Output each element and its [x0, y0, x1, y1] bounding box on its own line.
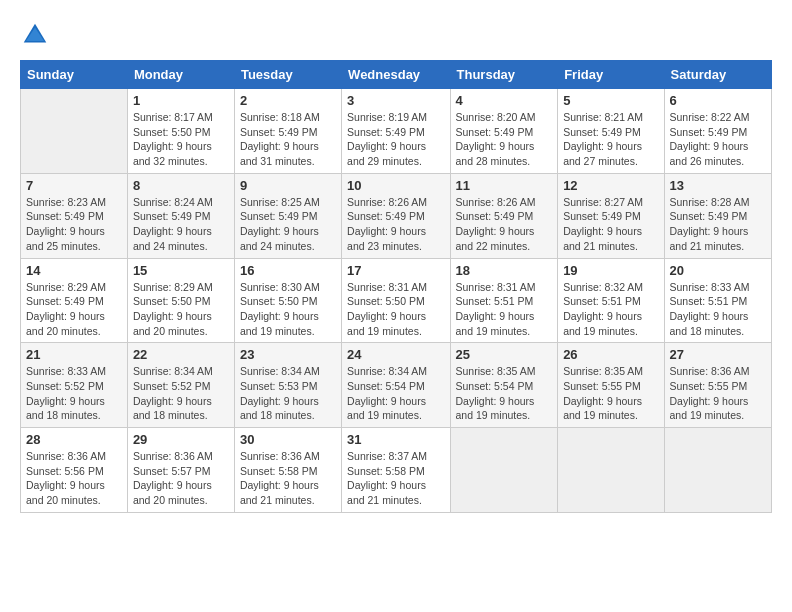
day-cell: 15Sunrise: 8:29 AM Sunset: 5:50 PM Dayli… [127, 258, 234, 343]
day-info: Sunrise: 8:34 AM Sunset: 5:53 PM Dayligh… [240, 364, 336, 423]
day-info: Sunrise: 8:17 AM Sunset: 5:50 PM Dayligh… [133, 110, 229, 169]
day-number: 29 [133, 432, 229, 447]
day-cell: 31Sunrise: 8:37 AM Sunset: 5:58 PM Dayli… [342, 428, 450, 513]
day-number: 23 [240, 347, 336, 362]
day-cell: 22Sunrise: 8:34 AM Sunset: 5:52 PM Dayli… [127, 343, 234, 428]
day-number: 27 [670, 347, 766, 362]
day-cell: 7Sunrise: 8:23 AM Sunset: 5:49 PM Daylig… [21, 173, 128, 258]
week-row-5: 28Sunrise: 8:36 AM Sunset: 5:56 PM Dayli… [21, 428, 772, 513]
day-cell: 8Sunrise: 8:24 AM Sunset: 5:49 PM Daylig… [127, 173, 234, 258]
day-info: Sunrise: 8:26 AM Sunset: 5:49 PM Dayligh… [347, 195, 444, 254]
day-info: Sunrise: 8:33 AM Sunset: 5:52 PM Dayligh… [26, 364, 122, 423]
day-number: 7 [26, 178, 122, 193]
header-cell-monday: Monday [127, 61, 234, 89]
day-cell: 19Sunrise: 8:32 AM Sunset: 5:51 PM Dayli… [558, 258, 664, 343]
day-number: 28 [26, 432, 122, 447]
day-number: 21 [26, 347, 122, 362]
header-cell-sunday: Sunday [21, 61, 128, 89]
day-cell: 2Sunrise: 8:18 AM Sunset: 5:49 PM Daylig… [234, 89, 341, 174]
day-info: Sunrise: 8:34 AM Sunset: 5:52 PM Dayligh… [133, 364, 229, 423]
day-cell: 27Sunrise: 8:36 AM Sunset: 5:55 PM Dayli… [664, 343, 771, 428]
day-info: Sunrise: 8:33 AM Sunset: 5:51 PM Dayligh… [670, 280, 766, 339]
day-cell: 17Sunrise: 8:31 AM Sunset: 5:50 PM Dayli… [342, 258, 450, 343]
day-info: Sunrise: 8:20 AM Sunset: 5:49 PM Dayligh… [456, 110, 553, 169]
calendar-body: 1Sunrise: 8:17 AM Sunset: 5:50 PM Daylig… [21, 89, 772, 513]
day-cell: 26Sunrise: 8:35 AM Sunset: 5:55 PM Dayli… [558, 343, 664, 428]
calendar-table: SundayMondayTuesdayWednesdayThursdayFrid… [20, 60, 772, 513]
day-number: 8 [133, 178, 229, 193]
day-cell: 10Sunrise: 8:26 AM Sunset: 5:49 PM Dayli… [342, 173, 450, 258]
day-cell: 4Sunrise: 8:20 AM Sunset: 5:49 PM Daylig… [450, 89, 558, 174]
day-info: Sunrise: 8:35 AM Sunset: 5:54 PM Dayligh… [456, 364, 553, 423]
day-number: 6 [670, 93, 766, 108]
day-number: 14 [26, 263, 122, 278]
day-number: 16 [240, 263, 336, 278]
day-cell: 30Sunrise: 8:36 AM Sunset: 5:58 PM Dayli… [234, 428, 341, 513]
day-cell: 16Sunrise: 8:30 AM Sunset: 5:50 PM Dayli… [234, 258, 341, 343]
day-info: Sunrise: 8:31 AM Sunset: 5:51 PM Dayligh… [456, 280, 553, 339]
day-info: Sunrise: 8:34 AM Sunset: 5:54 PM Dayligh… [347, 364, 444, 423]
day-info: Sunrise: 8:25 AM Sunset: 5:49 PM Dayligh… [240, 195, 336, 254]
header-cell-friday: Friday [558, 61, 664, 89]
day-info: Sunrise: 8:23 AM Sunset: 5:49 PM Dayligh… [26, 195, 122, 254]
day-cell: 23Sunrise: 8:34 AM Sunset: 5:53 PM Dayli… [234, 343, 341, 428]
day-info: Sunrise: 8:36 AM Sunset: 5:58 PM Dayligh… [240, 449, 336, 508]
day-info: Sunrise: 8:29 AM Sunset: 5:49 PM Dayligh… [26, 280, 122, 339]
day-cell: 24Sunrise: 8:34 AM Sunset: 5:54 PM Dayli… [342, 343, 450, 428]
day-cell: 20Sunrise: 8:33 AM Sunset: 5:51 PM Dayli… [664, 258, 771, 343]
day-info: Sunrise: 8:35 AM Sunset: 5:55 PM Dayligh… [563, 364, 658, 423]
day-number: 25 [456, 347, 553, 362]
day-cell: 12Sunrise: 8:27 AM Sunset: 5:49 PM Dayli… [558, 173, 664, 258]
day-cell: 14Sunrise: 8:29 AM Sunset: 5:49 PM Dayli… [21, 258, 128, 343]
day-number: 31 [347, 432, 444, 447]
day-info: Sunrise: 8:31 AM Sunset: 5:50 PM Dayligh… [347, 280, 444, 339]
day-number: 1 [133, 93, 229, 108]
day-info: Sunrise: 8:27 AM Sunset: 5:49 PM Dayligh… [563, 195, 658, 254]
day-number: 2 [240, 93, 336, 108]
calendar-header: SundayMondayTuesdayWednesdayThursdayFrid… [21, 61, 772, 89]
week-row-2: 7Sunrise: 8:23 AM Sunset: 5:49 PM Daylig… [21, 173, 772, 258]
day-number: 19 [563, 263, 658, 278]
page-header [20, 20, 772, 50]
day-cell: 6Sunrise: 8:22 AM Sunset: 5:49 PM Daylig… [664, 89, 771, 174]
day-cell: 9Sunrise: 8:25 AM Sunset: 5:49 PM Daylig… [234, 173, 341, 258]
day-number: 4 [456, 93, 553, 108]
day-cell [450, 428, 558, 513]
day-number: 22 [133, 347, 229, 362]
day-number: 15 [133, 263, 229, 278]
day-cell: 21Sunrise: 8:33 AM Sunset: 5:52 PM Dayli… [21, 343, 128, 428]
header-cell-tuesday: Tuesday [234, 61, 341, 89]
day-number: 13 [670, 178, 766, 193]
day-number: 20 [670, 263, 766, 278]
day-number: 24 [347, 347, 444, 362]
logo-icon [20, 20, 50, 50]
day-cell: 1Sunrise: 8:17 AM Sunset: 5:50 PM Daylig… [127, 89, 234, 174]
day-number: 17 [347, 263, 444, 278]
day-cell: 18Sunrise: 8:31 AM Sunset: 5:51 PM Dayli… [450, 258, 558, 343]
day-info: Sunrise: 8:30 AM Sunset: 5:50 PM Dayligh… [240, 280, 336, 339]
day-cell [664, 428, 771, 513]
day-number: 9 [240, 178, 336, 193]
day-number: 11 [456, 178, 553, 193]
header-cell-wednesday: Wednesday [342, 61, 450, 89]
day-info: Sunrise: 8:36 AM Sunset: 5:57 PM Dayligh… [133, 449, 229, 508]
day-cell: 5Sunrise: 8:21 AM Sunset: 5:49 PM Daylig… [558, 89, 664, 174]
day-number: 18 [456, 263, 553, 278]
day-cell: 11Sunrise: 8:26 AM Sunset: 5:49 PM Dayli… [450, 173, 558, 258]
day-info: Sunrise: 8:29 AM Sunset: 5:50 PM Dayligh… [133, 280, 229, 339]
header-row: SundayMondayTuesdayWednesdayThursdayFrid… [21, 61, 772, 89]
day-cell: 25Sunrise: 8:35 AM Sunset: 5:54 PM Dayli… [450, 343, 558, 428]
day-info: Sunrise: 8:36 AM Sunset: 5:56 PM Dayligh… [26, 449, 122, 508]
day-info: Sunrise: 8:19 AM Sunset: 5:49 PM Dayligh… [347, 110, 444, 169]
week-row-1: 1Sunrise: 8:17 AM Sunset: 5:50 PM Daylig… [21, 89, 772, 174]
day-info: Sunrise: 8:21 AM Sunset: 5:49 PM Dayligh… [563, 110, 658, 169]
day-info: Sunrise: 8:37 AM Sunset: 5:58 PM Dayligh… [347, 449, 444, 508]
day-info: Sunrise: 8:24 AM Sunset: 5:49 PM Dayligh… [133, 195, 229, 254]
day-info: Sunrise: 8:26 AM Sunset: 5:49 PM Dayligh… [456, 195, 553, 254]
day-cell: 29Sunrise: 8:36 AM Sunset: 5:57 PM Dayli… [127, 428, 234, 513]
day-number: 12 [563, 178, 658, 193]
day-info: Sunrise: 8:32 AM Sunset: 5:51 PM Dayligh… [563, 280, 658, 339]
day-cell: 13Sunrise: 8:28 AM Sunset: 5:49 PM Dayli… [664, 173, 771, 258]
header-cell-thursday: Thursday [450, 61, 558, 89]
week-row-3: 14Sunrise: 8:29 AM Sunset: 5:49 PM Dayli… [21, 258, 772, 343]
